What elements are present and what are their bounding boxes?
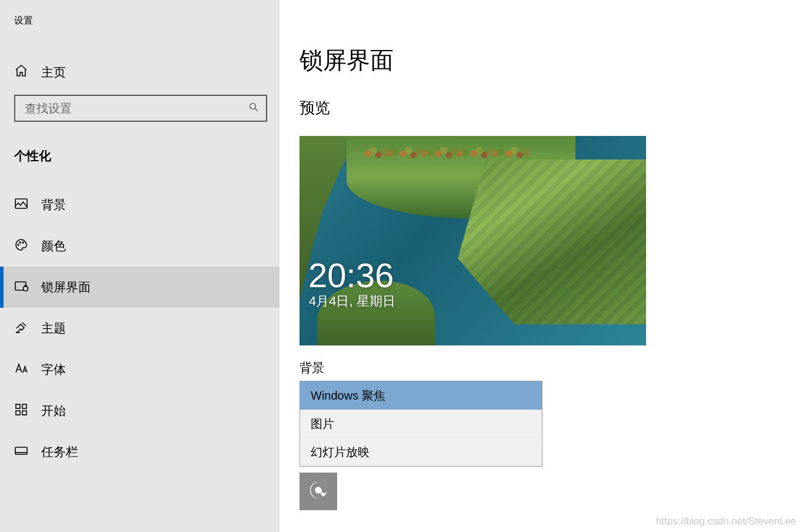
svg-point-3 bbox=[18, 244, 19, 245]
svg-point-0 bbox=[250, 104, 256, 109]
dropdown-option-picture[interactable]: 图片 bbox=[300, 410, 542, 438]
home-label: 主页 bbox=[41, 64, 66, 81]
lockscreen-preview: 20:36 4月4日, 星期日 bbox=[299, 136, 646, 345]
search-icon bbox=[248, 102, 259, 115]
svg-rect-10 bbox=[16, 411, 20, 415]
sidebar-item-label: 字体 bbox=[41, 361, 66, 378]
svg-line-1 bbox=[255, 108, 258, 111]
dropdown-option-spotlight[interactable]: Windows 聚焦 bbox=[300, 381, 542, 410]
watermark: https://blog.csdn.net/StevenLee bbox=[656, 516, 796, 527]
start-icon bbox=[14, 403, 28, 419]
font-icon bbox=[14, 361, 28, 378]
home-icon bbox=[14, 64, 28, 81]
sidebar-item-background[interactable]: 背景 bbox=[0, 184, 279, 225]
taskbar-icon bbox=[14, 444, 28, 460]
preview-time: 20:36 bbox=[308, 255, 394, 295]
sidebar-item-label: 主题 bbox=[41, 320, 66, 337]
background-dropdown[interactable]: Windows 聚焦 图片 幻灯片放映 bbox=[299, 381, 543, 467]
sidebar-item-fonts[interactable]: 字体 bbox=[0, 349, 279, 390]
themes-icon bbox=[14, 320, 28, 337]
svg-rect-7 bbox=[24, 287, 28, 291]
svg-point-5 bbox=[22, 242, 24, 243]
picture-icon bbox=[14, 197, 28, 213]
dropdown-option-slideshow[interactable]: 幻灯片放映 bbox=[300, 438, 542, 466]
sidebar: 设置 主页 个性化 背景 bbox=[0, 0, 279, 532]
category-heading: 个性化 bbox=[0, 148, 279, 164]
sidebar-item-themes[interactable]: 主题 bbox=[0, 308, 279, 349]
svg-rect-8 bbox=[16, 404, 20, 408]
search-input[interactable] bbox=[25, 102, 248, 115]
main-content: 锁屏界面 预览 20:36 4月4日, 星期日 背景 Windows 聚焦 图片… bbox=[279, 0, 802, 532]
sidebar-item-label: 背景 bbox=[41, 197, 66, 213]
svg-rect-11 bbox=[22, 411, 26, 415]
edge-icon bbox=[308, 480, 328, 503]
status-app-tile[interactable] bbox=[299, 473, 337, 510]
background-label: 背景 bbox=[299, 360, 802, 376]
palette-icon bbox=[14, 238, 28, 254]
nav: 背景 颜色 锁屏界面 bbox=[0, 184, 279, 473]
search-box[interactable] bbox=[14, 95, 267, 122]
svg-rect-9 bbox=[22, 404, 26, 408]
preview-label: 预览 bbox=[299, 98, 802, 118]
sidebar-item-label: 开始 bbox=[41, 403, 66, 419]
sidebar-item-label: 锁屏界面 bbox=[41, 279, 91, 295]
sidebar-item-label: 颜色 bbox=[41, 238, 66, 254]
sidebar-item-colors[interactable]: 颜色 bbox=[0, 225, 279, 267]
sidebar-item-start[interactable]: 开始 bbox=[0, 390, 279, 431]
svg-point-4 bbox=[19, 242, 21, 243]
page-title: 锁屏界面 bbox=[299, 44, 802, 77]
preview-date: 4月4日, 星期日 bbox=[309, 292, 395, 310]
sidebar-item-label: 任务栏 bbox=[41, 444, 78, 460]
sidebar-item-taskbar[interactable]: 任务栏 bbox=[0, 431, 279, 473]
lockscreen-icon bbox=[14, 279, 28, 295]
svg-rect-12 bbox=[15, 447, 27, 454]
app-title: 设置 bbox=[0, 9, 279, 33]
preview-bg bbox=[299, 136, 646, 345]
home-link[interactable]: 主页 bbox=[0, 64, 279, 81]
sidebar-item-lockscreen[interactable]: 锁屏界面 bbox=[0, 267, 279, 308]
